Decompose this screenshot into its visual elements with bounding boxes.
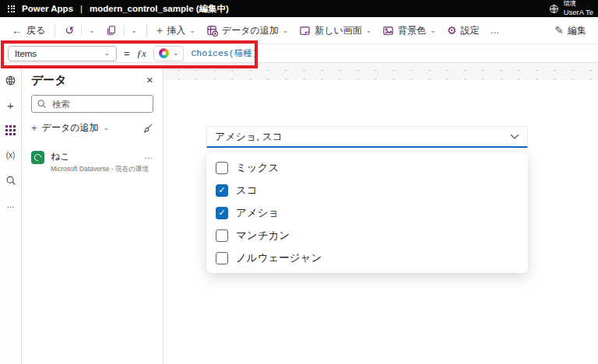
data-source-item[interactable]: ねこ Microsoft Dataverse - 現在の環境 … — [23, 144, 161, 180]
chevron-down-icon: ⌄ — [189, 27, 195, 34]
undo-dropdown-chevron-icon[interactable]: ⌄ — [83, 23, 100, 38]
back-label: 戻る — [26, 24, 45, 37]
settings-label: 設定 — [460, 24, 479, 37]
dropdown-option-label: アメショ — [236, 206, 279, 220]
property-selector-dropdown[interactable]: Items ⌄ — [8, 46, 117, 61]
chevron-down-icon: ⌄ — [430, 27, 436, 34]
toolbar-separator — [55, 24, 55, 37]
ellipsis-icon: … — [490, 25, 499, 36]
plus-icon: + — [157, 25, 163, 36]
data-source-name: ねこ — [51, 150, 138, 163]
title-separator: | — [80, 4, 83, 13]
chevron-down-icon: ⌄ — [366, 27, 372, 34]
variables-icon[interactable]: (x) — [4, 149, 18, 162]
dropdown-option[interactable]: マンチカン — [206, 224, 528, 247]
dropdown-option-label: マンチカン — [236, 229, 290, 243]
close-icon[interactable]: ✕ — [146, 75, 153, 86]
chevron-down-icon: ⌄ — [103, 124, 109, 131]
add-data-menu[interactable]: + データの追加 ⌄ — [31, 121, 153, 135]
new-screen-icon — [299, 25, 311, 37]
data-source-subtitle: Microsoft Dataverse - 現在の環境 — [51, 165, 138, 174]
canvas-dotted-area — [164, 63, 598, 80]
undo-button[interactable]: ↺ — [59, 21, 79, 40]
chevron-down-icon: ⌄ — [104, 50, 110, 57]
dropdown-option-label: ミックス — [236, 161, 279, 175]
dropdown-option-label: ノルウェージャン — [236, 251, 322, 265]
dropdown-options: ミックス ✓ スコ ✓ アメショ マンチカン ノルウェージャン — [206, 156, 528, 269]
add-data-label: データの追加 — [222, 24, 279, 37]
split-divider — [81, 25, 82, 36]
waffle-menu-icon[interactable] — [8, 5, 15, 12]
environment-selector[interactable]: 環境 UserA Te — [564, 0, 593, 17]
back-button[interactable]: ← 戻る — [6, 20, 51, 41]
checkbox-unchecked-icon[interactable] — [216, 229, 228, 242]
data-panel: データ ✕ + データの追加 ⌄ ねこ Microsoft Dataverse … — [22, 63, 164, 364]
checkbox-unchecked-icon[interactable] — [216, 162, 228, 174]
new-screen-label: 新しい画面 — [315, 24, 362, 37]
dataverse-table-icon — [31, 151, 44, 164]
broom-icon[interactable] — [142, 123, 153, 134]
chevron-down-icon[interactable] — [510, 134, 519, 140]
table-add-icon — [206, 25, 218, 37]
plus-icon: + — [31, 122, 37, 134]
more-options-icon[interactable]: … — [144, 151, 153, 160]
dropdown-option[interactable]: ノルウェージャン — [206, 247, 528, 269]
dropdown-option[interactable]: ミックス — [206, 156, 528, 179]
paste-dropdown-chevron-icon[interactable]: ⌄ — [126, 23, 143, 38]
background-color-label: 背景色 — [398, 24, 426, 37]
command-bar: ← 戻る ↺ ⌄ ⌄ + 挿入 ⌄ データの追加 ⌄ 新しい画面 ⌄ 背景色 — [0, 17, 598, 44]
insert-button[interactable]: + 挿入 ⌄ — [151, 20, 201, 41]
search-icon — [37, 99, 47, 109]
data-panel-title: データ — [31, 73, 67, 88]
app-name[interactable]: Power Apps — [22, 4, 73, 13]
copilot-dropdown[interactable]: ⌄ — [153, 46, 185, 61]
dropdown-option[interactable]: ✓ スコ — [206, 179, 528, 201]
dropdown-option[interactable]: ✓ アメショ — [206, 201, 528, 224]
tree-view-icon[interactable] — [4, 74, 18, 87]
insert-label: 挿入 — [167, 24, 185, 37]
checkbox-checked-icon[interactable]: ✓ — [216, 207, 228, 219]
toolbar-separator — [146, 24, 147, 37]
more-tools-icon[interactable]: … — [4, 198, 18, 212]
combobox-control[interactable]: アメショ, スコ — [206, 126, 528, 148]
search-icon[interactable] — [4, 173, 18, 187]
chevron-down-icon: ⌄ — [283, 27, 289, 34]
checkbox-unchecked-icon[interactable] — [216, 252, 228, 264]
search-input[interactable] — [31, 95, 153, 113]
paste-button[interactable] — [100, 21, 122, 40]
edit-button[interactable]: ✎ 編集 — [549, 20, 592, 41]
app-top-bar: Power Apps | modern_control_sample (編集中)… — [0, 0, 598, 17]
app-screen[interactable]: アメショ, スコ ミックス ✓ スコ ✓ アメショ マンチカン ノルウェージャン — [164, 80, 598, 364]
pencil-icon: ✎ — [554, 25, 564, 36]
background-color-button[interactable]: 背景色 ⌄ — [377, 20, 441, 41]
environment-user-name: UserA Te — [564, 8, 593, 17]
environment-icon[interactable] — [549, 4, 559, 14]
formula-input[interactable]: Choices(猫種) — [191, 47, 257, 59]
main-area: + (x) … データ ✕ + データの追加 ⌄ — [0, 63, 598, 364]
image-icon — [382, 25, 394, 37]
undo-icon: ↺ — [65, 25, 74, 36]
settings-button[interactable]: ⚙ 設定 — [441, 20, 485, 41]
add-data-button[interactable]: データの追加 ⌄ — [201, 20, 294, 41]
copilot-icon — [159, 48, 169, 58]
add-data-menu-label: データの追加 — [42, 121, 99, 135]
chevron-down-icon: ⌄ — [173, 50, 179, 57]
data-panel-icon[interactable] — [4, 124, 18, 137]
clipboard-icon — [106, 25, 117, 36]
split-divider — [124, 25, 125, 36]
formula-bar: Items ⌄ = ƒx ⌄ Choices(猫種) — [0, 44, 598, 63]
edit-label: 編集 — [568, 24, 586, 37]
combobox-value: アメショ, スコ — [215, 130, 510, 144]
equals-icon: = — [124, 47, 130, 59]
gear-icon: ⚙ — [447, 25, 457, 36]
property-selector-value: Items — [15, 49, 37, 58]
document-title: modern_control_sample (編集中) — [90, 3, 229, 15]
checkbox-checked-icon[interactable]: ✓ — [216, 184, 228, 197]
more-commands-button[interactable]: … — [484, 21, 505, 40]
combobox-dropdown-flyout: ミックス ✓ スコ ✓ アメショ マンチカン ノルウェージャン — [206, 152, 528, 273]
new-screen-button[interactable]: 新しい画面 ⌄ — [294, 20, 377, 41]
authoring-canvas: アメショ, スコ ミックス ✓ スコ ✓ アメショ マンチカン ノルウェージャン — [164, 63, 598, 364]
insert-panel-icon[interactable]: + — [4, 99, 18, 112]
fx-icon: ƒx — [137, 47, 146, 60]
environment-label: 環境 — [564, 0, 593, 8]
